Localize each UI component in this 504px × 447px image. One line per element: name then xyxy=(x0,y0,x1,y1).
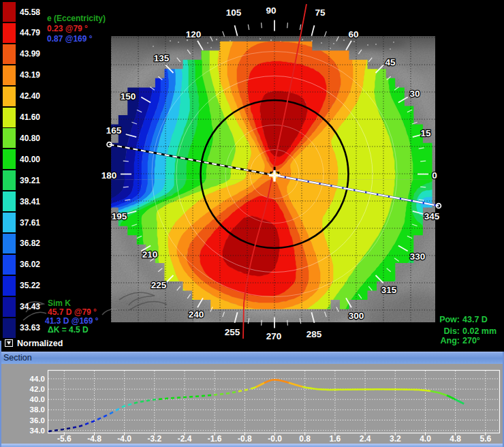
svg-text:2.4: 2.4 xyxy=(360,434,371,444)
svg-text:44.0: 44.0 xyxy=(30,375,45,383)
svg-text:240: 240 xyxy=(189,309,204,320)
svg-text:0.8: 0.8 xyxy=(299,434,311,444)
svg-text:-4.0: -4.0 xyxy=(117,434,131,444)
svg-text:315: 315 xyxy=(381,285,397,295)
svg-text:60: 60 xyxy=(348,29,358,40)
svg-text:255: 255 xyxy=(225,327,240,337)
svg-text:105: 105 xyxy=(226,7,242,18)
svg-text:4.8: 4.8 xyxy=(450,434,461,444)
svg-text:-0.8: -0.8 xyxy=(238,434,252,444)
svg-text:285: 285 xyxy=(306,329,322,339)
svg-text:120: 120 xyxy=(186,29,202,40)
svg-text:-4.8: -4.8 xyxy=(87,434,101,444)
svg-text:40.0: 40.0 xyxy=(30,395,45,403)
svg-text:-1.6: -1.6 xyxy=(208,434,222,444)
svg-text:36.0: 36.0 xyxy=(30,416,45,425)
svg-text:195: 195 xyxy=(112,211,127,221)
svg-text:3.2: 3.2 xyxy=(390,434,401,444)
svg-text:75: 75 xyxy=(315,7,326,18)
svg-text:34.0: 34.0 xyxy=(30,427,45,435)
svg-text:1.6: 1.6 xyxy=(330,434,341,444)
svg-text:4.0: 4.0 xyxy=(420,434,431,444)
svg-text:330: 330 xyxy=(410,251,426,262)
svg-text:225: 225 xyxy=(151,280,167,290)
svg-text:180: 180 xyxy=(101,170,117,181)
svg-text:42.0: 42.0 xyxy=(30,385,45,393)
svg-text:-2.4: -2.4 xyxy=(178,434,192,444)
svg-text:135: 135 xyxy=(154,53,170,63)
svg-text:0: 0 xyxy=(432,170,437,181)
svg-text:150: 150 xyxy=(121,91,136,102)
svg-text:38.0: 38.0 xyxy=(30,405,45,414)
svg-text:-3.2: -3.2 xyxy=(147,434,161,444)
svg-text:30: 30 xyxy=(409,89,420,99)
svg-text:45: 45 xyxy=(385,57,396,67)
svg-text:90: 90 xyxy=(266,5,276,16)
svg-text:-5.6: -5.6 xyxy=(57,434,72,444)
svg-text:210: 210 xyxy=(142,249,158,260)
svg-text:15: 15 xyxy=(420,128,431,138)
svg-text:5.6: 5.6 xyxy=(479,434,491,444)
svg-text:165: 165 xyxy=(106,125,122,136)
svg-text:-0.0: -0.0 xyxy=(268,434,282,444)
svg-text:270: 270 xyxy=(266,331,282,341)
svg-text:345: 345 xyxy=(424,211,440,221)
